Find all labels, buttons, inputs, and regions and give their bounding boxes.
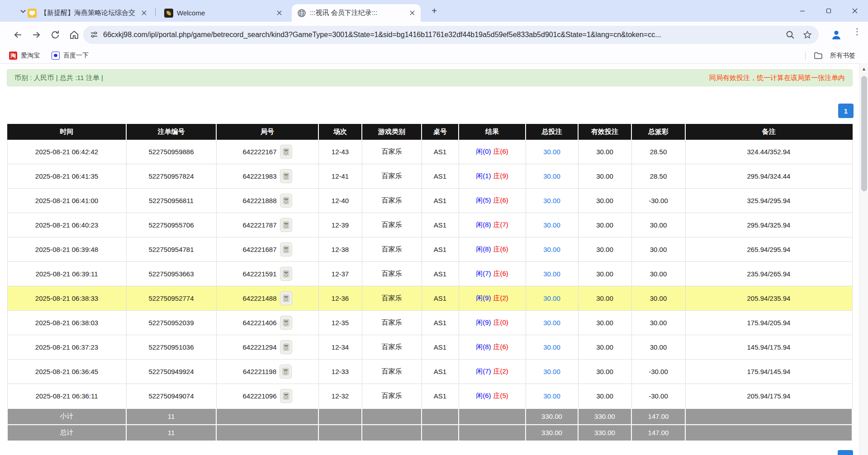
video-replay-icon[interactable]: [280, 145, 292, 159]
video-replay-icon[interactable]: [280, 267, 292, 281]
cell-time: 2025-08-21 06:36:11: [7, 384, 126, 408]
result-banker: 庄(0): [493, 318, 508, 326]
total-bet-link[interactable]: 30.00: [543, 270, 560, 278]
tab-divider: [155, 8, 156, 16]
scrollbar-thumb[interactable]: [861, 76, 867, 191]
cell-table-no: AS1: [422, 189, 459, 213]
close-icon[interactable]: [140, 9, 148, 17]
table-row[interactable]: 2025-08-21 06:38:03522750952039642221406…: [7, 311, 852, 335]
tab-forum[interactable]: 【新提醒】海燕策略论坛综合交: [22, 4, 152, 22]
close-icon[interactable]: [408, 9, 416, 17]
video-replay-icon[interactable]: [280, 194, 292, 208]
result-player: 闲(5): [476, 196, 491, 204]
total-bet-link[interactable]: 30.00: [543, 368, 560, 375]
cell-table-no: AS1: [422, 384, 459, 408]
cell-payout: -30.00: [631, 384, 685, 408]
close-window-button[interactable]: [842, 0, 868, 22]
summary-count: 11: [126, 425, 216, 441]
tab-bet-record-active[interactable]: :::视讯 会员下注纪录:::: [292, 4, 421, 22]
baidu-icon: [52, 52, 60, 60]
column-header: 总投注: [526, 124, 578, 140]
cell-total-bet: 30.00: [526, 286, 578, 311]
bookmark-star-icon[interactable]: [802, 30, 812, 40]
table-row[interactable]: 2025-08-21 06:39:48522750954781642221687…: [7, 237, 852, 262]
table-row[interactable]: 2025-08-21 06:42:42522750959886642222167…: [7, 140, 852, 164]
total-bet-link[interactable]: 30.00: [543, 392, 560, 400]
minimize-button[interactable]: [789, 0, 816, 22]
tune-icon[interactable]: [90, 30, 99, 39]
tab-welcome[interactable]: Welcome: [159, 4, 288, 22]
total-bet-link[interactable]: 30.00: [543, 246, 560, 253]
video-replay-icon[interactable]: [280, 169, 292, 183]
cell-session: 12-38: [318, 237, 362, 262]
cell-time: 2025-08-21 06:40:23: [7, 213, 126, 237]
table-row[interactable]: 2025-08-21 06:41:35522750957824642221983…: [7, 164, 852, 189]
result-player: 闲(8): [476, 221, 491, 228]
cell-valid-bet: 30.00: [578, 360, 631, 384]
home-icon[interactable]: [69, 29, 80, 40]
video-replay-icon[interactable]: [280, 291, 292, 305]
pagination-page-1-top[interactable]: 1: [838, 104, 854, 118]
column-header: 有效投注: [578, 124, 631, 140]
cell-time: 2025-08-21 06:42:42: [7, 140, 126, 164]
total-bet-link[interactable]: 30.00: [543, 294, 560, 302]
round-number: 642221983: [242, 172, 276, 180]
vertical-scrollbar[interactable]: ▲: [859, 63, 868, 455]
video-replay-icon[interactable]: [280, 389, 292, 403]
total-bet-link[interactable]: 30.00: [543, 343, 560, 351]
table-row[interactable]: 2025-08-21 06:39:11522750953663642221591…: [7, 262, 852, 286]
bookmark-label: 爱淘宝: [21, 52, 40, 60]
cell-total-bet: 30.00: [526, 237, 578, 262]
pagination-page-1-bottom[interactable]: 1: [838, 450, 853, 455]
summary-total-bet: 330.00: [526, 408, 578, 425]
address-bar[interactable]: 66cxkj98.com/ipl/portal.php/game/betreco…: [83, 26, 819, 44]
cell-valid-bet: 30.00: [578, 164, 631, 189]
video-replay-icon[interactable]: [280, 365, 292, 379]
url-text[interactable]: 66cxkj98.com/ipl/portal.php/game/betreco…: [103, 31, 773, 39]
video-replay-icon[interactable]: [280, 316, 292, 330]
table-row[interactable]: 2025-08-21 06:36:45522750949924642221198…: [7, 360, 852, 384]
cell-round: 642221687: [216, 237, 318, 262]
cell-payout: 30.00: [631, 262, 685, 286]
video-replay-icon[interactable]: [280, 340, 292, 354]
profile-avatar-icon[interactable]: [830, 29, 842, 41]
maximize-button[interactable]: [816, 0, 842, 22]
cell-note: 295.94/324.44: [685, 164, 852, 189]
close-icon[interactable]: [275, 9, 283, 17]
bookmark-baidu[interactable]: 百度一下: [52, 52, 89, 60]
cell-session: 12-32: [318, 384, 362, 408]
cell-time: 2025-08-21 06:39:48: [7, 237, 126, 262]
table-row[interactable]: 2025-08-21 06:38:33522750952774642221488…: [7, 286, 852, 311]
back-icon[interactable]: [13, 29, 24, 40]
video-replay-icon[interactable]: [280, 218, 292, 232]
result-banker: 庄(7): [493, 221, 508, 228]
cell-session: 12-33: [318, 360, 362, 384]
summary-empty-cell: [216, 425, 318, 441]
all-bookmarks[interactable]: 所有书签: [805, 51, 855, 60]
browser-menu-icon[interactable]: ⋮: [852, 28, 862, 42]
cell-round: 642222167: [216, 140, 318, 164]
table-row[interactable]: 2025-08-21 06:36:11522750949074642221096…: [7, 384, 852, 408]
total-bet-link[interactable]: 30.00: [543, 148, 560, 156]
total-bet-link[interactable]: 30.00: [543, 221, 560, 229]
total-bet-link[interactable]: 30.00: [543, 172, 560, 180]
cell-note: 325.94/295.94: [685, 189, 852, 213]
reload-icon[interactable]: [50, 29, 61, 40]
table-row[interactable]: 2025-08-21 06:40:23522750955706642221787…: [7, 213, 852, 237]
table-row[interactable]: 2025-08-21 06:41:00522750956811642221888…: [7, 189, 852, 213]
round-number: 642221687: [242, 246, 276, 253]
summary-empty-cell: [362, 425, 422, 441]
round-number: 642221787: [242, 221, 276, 229]
round-number: 642221591: [242, 270, 276, 278]
zoom-icon[interactable]: [785, 30, 795, 40]
table-row[interactable]: 2025-08-21 06:37:23522750951036642221294…: [7, 335, 852, 360]
result-player: 闲(8): [476, 245, 491, 253]
video-replay-icon[interactable]: [280, 242, 292, 256]
cell-payout: 30.00: [631, 311, 685, 335]
total-bet-link[interactable]: 30.00: [543, 319, 560, 327]
bookmark-taobao[interactable]: 淘 爱淘宝: [9, 52, 40, 60]
forward-icon[interactable]: [31, 29, 42, 40]
total-bet-link[interactable]: 30.00: [543, 197, 560, 204]
scroll-up-icon[interactable]: ▲: [861, 66, 867, 71]
new-tab-button[interactable]: +: [429, 6, 440, 17]
